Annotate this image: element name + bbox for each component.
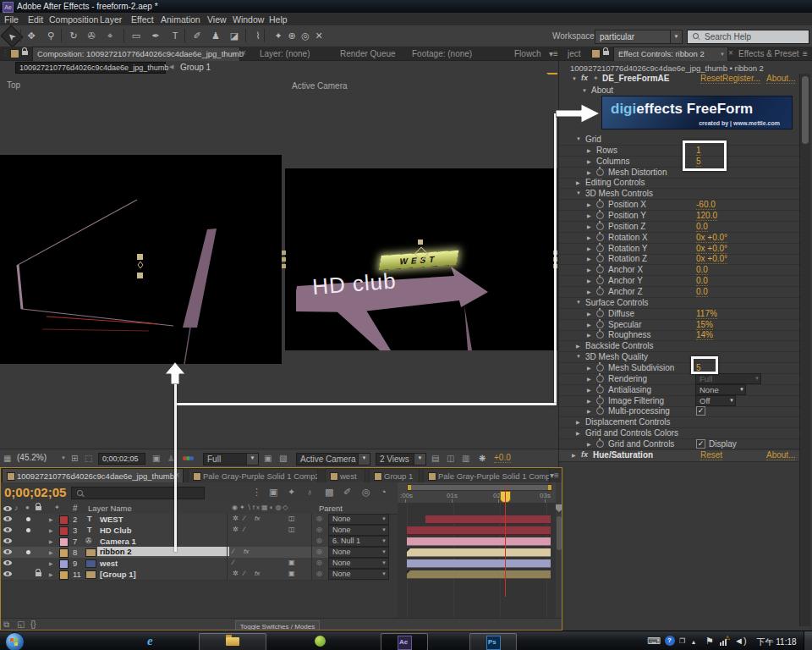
reset-link[interactable]: Reset — [700, 450, 722, 460]
tab-menu-icon[interactable]: ▼ — [720, 52, 725, 57]
twirl-icon[interactable]: ▶ — [587, 223, 591, 229]
property-value[interactable]: -60.0 — [696, 200, 716, 210]
tab-composition[interactable]: Composition: 100927210776d4026c9c4dae6e_… — [32, 47, 240, 61]
parent-dropdown[interactable]: None▼ — [328, 514, 389, 525]
network-tray-icon[interactable]: ⚠ — [720, 637, 730, 646]
comp-flowchart-icon[interactable]: ◫ — [447, 454, 454, 463]
about-link[interactable]: About... — [766, 450, 795, 460]
fx-property-grid-and-controls[interactable]: ▶Grid and Controls✓Display — [559, 438, 801, 450]
stopwatch-icon[interactable] — [596, 331, 604, 339]
eraser-tool[interactable]: ◪ — [227, 29, 242, 42]
menu-animation[interactable]: Animation — [161, 14, 200, 25]
layer-switch-icon[interactable]: ∕ — [244, 515, 244, 522]
draft-3d-icon[interactable]: ✦ — [288, 487, 295, 498]
zoom-tool[interactable]: ⚲ — [43, 29, 58, 42]
property-dropdown[interactable]: None▼ — [695, 384, 746, 395]
layer-lock-icon[interactable] — [36, 572, 41, 576]
timeline-track-area[interactable] — [398, 503, 556, 628]
property-checkbox[interactable]: ✓ — [696, 439, 705, 449]
keyboard-tray-icon[interactable]: ⌨ — [647, 636, 661, 647]
camera-dropdown[interactable]: Active Camera ▼ — [296, 453, 370, 465]
menu-window[interactable]: Window — [233, 14, 264, 25]
tab-flowchart[interactable]: Flowch — [514, 49, 546, 58]
timeline-timecode[interactable]: 0;00;02;05 — [4, 485, 66, 499]
panel-menu-icon[interactable]: ▾≡ — [549, 49, 558, 58]
stopwatch-icon[interactable] — [596, 407, 604, 415]
fx-property-mesh-subdivision[interactable]: ▶Mesh Subdivision5 — [559, 362, 801, 374]
device-tray-icon[interactable]: ❐ — [679, 637, 685, 645]
timeline-tab-4[interactable]: Pale Gray-Purple Solid 1 Comp1 — [423, 468, 550, 483]
property-value[interactable]: 0.0 — [696, 265, 708, 275]
layer-switch-icon[interactable]: ✲ — [233, 515, 239, 522]
layer-label-chip[interactable] — [59, 559, 69, 569]
layer-label-chip[interactable] — [59, 515, 69, 525]
timeline-tab-active[interactable]: 100927210776d4026c9c4dae6e_jpg_thumb× — [2, 468, 184, 483]
layer-name[interactable]: west — [100, 559, 118, 568]
stopwatch-icon[interactable] — [596, 397, 604, 405]
twirl-icon[interactable]: ▶ — [587, 234, 591, 240]
expand-inout-icon[interactable]: ◱ — [17, 620, 25, 629]
frame-blend-icon[interactable]: ▩ — [325, 487, 333, 498]
breadcrumb-group[interactable]: Group 1 — [180, 63, 211, 72]
twirl-icon[interactable]: ▶ — [576, 430, 580, 436]
twirl-icon[interactable]: ▼ — [576, 136, 581, 141]
layer-duration-bar[interactable] — [407, 559, 551, 568]
layer-label-chip[interactable] — [59, 526, 69, 536]
fx-property-position-y[interactable]: ▶Position Y120.0 — [559, 210, 801, 222]
layer-3d-switch-icon[interactable]: ▣ — [288, 570, 295, 577]
twirl-icon[interactable]: ▶ — [587, 212, 591, 218]
resolution-dropdown[interactable]: Full ▼ — [203, 453, 259, 465]
twirl-icon[interactable]: ▼ — [576, 190, 581, 196]
twirl-icon[interactable]: ▶ — [587, 311, 591, 317]
viewport-active-camera[interactable]: WEST HD club — [285, 168, 557, 350]
camera-tool[interactable]: ✇ — [84, 29, 99, 42]
reset-link[interactable]: Reset — [700, 74, 722, 84]
fx-property-anchor-y[interactable]: ▶Anchor Y0.0 — [559, 275, 801, 287]
parent-pickwhip-icon[interactable]: ◎ — [316, 548, 322, 555]
work-area-bar[interactable] — [407, 484, 552, 491]
parent-dropdown[interactable]: None▼ — [328, 525, 389, 536]
layer-twirl-icon[interactable]: ▶ — [49, 527, 53, 533]
twirl-down-icon[interactable]: ▼ — [572, 76, 577, 81]
taskbar-photoshop[interactable]: Ps — [469, 633, 517, 650]
twirl-icon[interactable]: ▶ — [587, 147, 591, 153]
stopwatch-icon[interactable] — [596, 212, 604, 219]
hand-tool[interactable]: ✥ — [24, 29, 39, 42]
grid-options-icon[interactable]: ▦ — [3, 454, 11, 463]
rotation-tool[interactable]: ↻ — [66, 29, 81, 42]
layer-name[interactable]: [Group 1] — [100, 570, 136, 579]
parent-pickwhip-icon[interactable]: ◎ — [316, 570, 322, 577]
pan-behind-tool[interactable]: ⌖ — [102, 29, 118, 42]
menu-view[interactable]: View — [207, 14, 227, 25]
menu-edit[interactable]: Edit — [28, 14, 43, 25]
timeline-icon[interactable]: ▤ — [431, 454, 439, 463]
stopwatch-icon[interactable] — [596, 234, 604, 241]
twirl-icon[interactable]: ▶ — [587, 365, 591, 371]
twirl-icon[interactable]: ▶ — [587, 332, 591, 338]
show-desktop-button[interactable] — [804, 631, 812, 650]
fx-section-surface-controls[interactable]: ▼Surface Controls — [559, 297, 801, 309]
effect-name[interactable]: Hue/Saturation — [593, 450, 653, 460]
fx-property-anchor-x[interactable]: ▶Anchor X0.0 — [559, 264, 801, 276]
tab-footage[interactable]: Footage: (none) — [412, 49, 472, 58]
stopwatch-icon[interactable] — [596, 223, 604, 230]
show-hidden-icons[interactable]: ▴ — [692, 638, 695, 646]
layer-duration-bar[interactable] — [407, 570, 551, 579]
axis-view-icon[interactable]: ✕ — [311, 29, 326, 42]
brush-tool[interactable]: ✐ — [189, 29, 205, 42]
twirl-icon[interactable]: ▼ — [576, 300, 581, 305]
layer-search-input[interactable] — [71, 487, 205, 499]
snapshot-icon[interactable]: ▣ — [152, 454, 160, 463]
layer-row-ribbon-2[interactable]: ▶8ribbon 2∕fx◎None▼ — [0, 547, 389, 559]
panel-menu-icon[interactable]: ≡ — [803, 49, 808, 58]
digieffects-banner[interactable]: digieffects FreeForm created by | www.me… — [601, 96, 793, 129]
parent-pickwhip-icon[interactable]: ◎ — [316, 526, 322, 533]
taskbar-after-effects[interactable]: Ae — [381, 633, 428, 650]
tab-layer[interactable]: Layer: (none) — [260, 49, 310, 58]
volume-tray-icon[interactable]: ◄) — [734, 636, 747, 646]
layer-row-west[interactable]: ▶9west∕▣◎None▼ — [0, 558, 389, 570]
fx-property-position-x[interactable]: ▶Position X-60.0 — [559, 199, 801, 211]
twirl-icon[interactable]: ▶ — [587, 158, 591, 164]
fast-preview-icon[interactable]: ❋ — [479, 454, 486, 463]
twirl-icon[interactable]: ▶ — [587, 376, 591, 382]
